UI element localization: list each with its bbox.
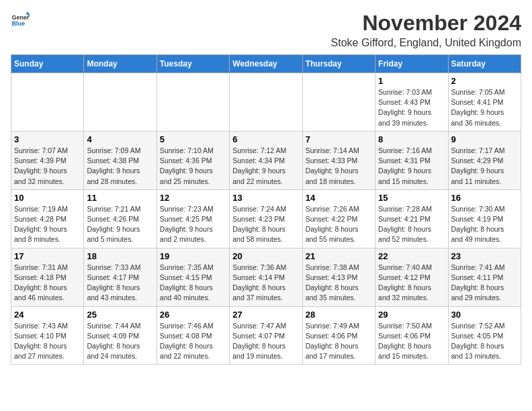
calendar-cell: 10Sunrise: 7:19 AM Sunset: 4:28 PM Dayli…: [11, 189, 84, 248]
day-info: Sunrise: 7:35 AM Sunset: 4:15 PM Dayligh…: [160, 263, 226, 304]
calendar-cell: 20Sunrise: 7:36 AM Sunset: 4:14 PM Dayli…: [230, 248, 302, 306]
day-info: Sunrise: 7:47 AM Sunset: 4:07 PM Dayligh…: [232, 321, 299, 362]
day-number: 1: [378, 76, 445, 86]
calendar-cell: 27Sunrise: 7:47 AM Sunset: 4:07 PM Dayli…: [230, 306, 302, 365]
day-info: Sunrise: 7:38 AM Sunset: 4:13 PM Dayligh…: [306, 263, 372, 304]
day-number: 4: [87, 134, 153, 144]
day-info: Sunrise: 7:40 AM Sunset: 4:12 PM Dayligh…: [378, 263, 445, 304]
day-info: Sunrise: 7:17 AM Sunset: 4:29 PM Dayligh…: [451, 146, 518, 187]
day-info: Sunrise: 7:03 AM Sunset: 4:43 PM Dayligh…: [378, 87, 445, 128]
calendar-cell: 15Sunrise: 7:28 AM Sunset: 4:21 PM Dayli…: [375, 189, 448, 248]
calendar-cell: 1Sunrise: 7:03 AM Sunset: 4:43 PM Daylig…: [375, 73, 448, 132]
weekday-header-friday: Friday: [375, 55, 448, 73]
weekday-header-tuesday: Tuesday: [157, 55, 229, 73]
day-number: 10: [14, 193, 81, 203]
weekday-header-thursday: Thursday: [302, 55, 375, 73]
day-number: 28: [306, 310, 372, 320]
day-info: Sunrise: 7:31 AM Sunset: 4:18 PM Dayligh…: [14, 263, 81, 304]
day-info: Sunrise: 7:23 AM Sunset: 4:25 PM Dayligh…: [160, 204, 226, 245]
day-info: Sunrise: 7:14 AM Sunset: 4:33 PM Dayligh…: [306, 146, 372, 187]
day-number: 5: [160, 134, 226, 144]
calendar-cell: 4Sunrise: 7:09 AM Sunset: 4:38 PM Daylig…: [84, 131, 157, 189]
calendar-cell: [230, 73, 302, 132]
calendar-cell: 21Sunrise: 7:38 AM Sunset: 4:13 PM Dayli…: [302, 248, 375, 306]
day-number: 26: [160, 310, 226, 320]
day-number: 11: [87, 193, 153, 203]
day-info: Sunrise: 7:44 AM Sunset: 4:09 PM Dayligh…: [87, 321, 153, 362]
day-number: 9: [451, 134, 518, 144]
day-number: 30: [451, 310, 518, 320]
calendar-body: 1Sunrise: 7:03 AM Sunset: 4:43 PM Daylig…: [11, 73, 521, 365]
calendar-week-5: 24Sunrise: 7:43 AM Sunset: 4:10 PM Dayli…: [11, 306, 521, 365]
day-info: Sunrise: 7:36 AM Sunset: 4:14 PM Dayligh…: [232, 263, 299, 304]
calendar-cell: 5Sunrise: 7:10 AM Sunset: 4:36 PM Daylig…: [157, 131, 229, 189]
day-number: 23: [451, 251, 518, 261]
day-number: 12: [160, 193, 226, 203]
day-info: Sunrise: 7:19 AM Sunset: 4:28 PM Dayligh…: [14, 204, 81, 245]
calendar-cell: 26Sunrise: 7:46 AM Sunset: 4:08 PM Dayli…: [157, 306, 229, 365]
calendar-week-2: 3Sunrise: 7:07 AM Sunset: 4:39 PM Daylig…: [11, 131, 521, 189]
day-number: 13: [232, 193, 299, 203]
day-info: Sunrise: 7:43 AM Sunset: 4:10 PM Dayligh…: [14, 321, 81, 362]
day-info: Sunrise: 7:28 AM Sunset: 4:21 PM Dayligh…: [378, 204, 445, 245]
day-number: 25: [87, 310, 153, 320]
day-number: 16: [451, 193, 518, 203]
calendar-cell: 7Sunrise: 7:14 AM Sunset: 4:33 PM Daylig…: [302, 131, 375, 189]
calendar-cell: 6Sunrise: 7:12 AM Sunset: 4:34 PM Daylig…: [230, 131, 302, 189]
day-info: Sunrise: 7:24 AM Sunset: 4:23 PM Dayligh…: [232, 204, 299, 245]
calendar-cell: 3Sunrise: 7:07 AM Sunset: 4:39 PM Daylig…: [11, 131, 84, 189]
weekday-header-saturday: Saturday: [448, 55, 521, 73]
day-number: 24: [14, 310, 81, 320]
day-info: Sunrise: 7:46 AM Sunset: 4:08 PM Dayligh…: [160, 321, 226, 362]
day-number: 27: [232, 310, 299, 320]
calendar-cell: 23Sunrise: 7:41 AM Sunset: 4:11 PM Dayli…: [448, 248, 521, 306]
day-number: 6: [232, 134, 299, 144]
calendar-cell: 18Sunrise: 7:33 AM Sunset: 4:17 PM Dayli…: [84, 248, 157, 306]
day-number: 20: [232, 251, 299, 261]
main-title: November 2024: [331, 11, 521, 36]
day-number: 17: [14, 251, 81, 261]
day-number: 21: [306, 251, 372, 261]
day-number: 29: [378, 310, 445, 320]
calendar-cell: 24Sunrise: 7:43 AM Sunset: 4:10 PM Dayli…: [11, 306, 84, 365]
calendar-week-3: 10Sunrise: 7:19 AM Sunset: 4:28 PM Dayli…: [11, 189, 521, 248]
day-number: 7: [306, 134, 372, 144]
day-info: Sunrise: 7:05 AM Sunset: 4:41 PM Dayligh…: [451, 87, 518, 128]
svg-text:General: General: [11, 14, 30, 21]
svg-marker-2: [26, 11, 30, 14]
day-info: Sunrise: 7:21 AM Sunset: 4:26 PM Dayligh…: [87, 204, 153, 245]
calendar-cell: 25Sunrise: 7:44 AM Sunset: 4:09 PM Dayli…: [84, 306, 157, 365]
calendar-cell: 16Sunrise: 7:30 AM Sunset: 4:19 PM Dayli…: [448, 189, 521, 248]
weekday-header-sunday: Sunday: [11, 55, 84, 73]
logo-icon: General Blue: [11, 11, 30, 30]
calendar-cell: [157, 73, 229, 132]
day-info: Sunrise: 7:41 AM Sunset: 4:11 PM Dayligh…: [451, 263, 518, 304]
calendar-cell: 19Sunrise: 7:35 AM Sunset: 4:15 PM Dayli…: [157, 248, 229, 306]
day-info: Sunrise: 7:50 AM Sunset: 4:06 PM Dayligh…: [378, 321, 445, 362]
calendar-header: SundayMondayTuesdayWednesdayThursdayFrid…: [11, 55, 521, 73]
weekday-header-wednesday: Wednesday: [230, 55, 302, 73]
calendar-cell: 17Sunrise: 7:31 AM Sunset: 4:18 PM Dayli…: [11, 248, 84, 306]
calendar-cell: 30Sunrise: 7:52 AM Sunset: 4:05 PM Dayli…: [448, 306, 521, 365]
day-info: Sunrise: 7:26 AM Sunset: 4:22 PM Dayligh…: [306, 204, 372, 245]
day-info: Sunrise: 7:49 AM Sunset: 4:06 PM Dayligh…: [306, 321, 372, 362]
day-number: 18: [87, 251, 153, 261]
calendar-cell: [11, 73, 84, 132]
header: General Blue November 2024 Stoke Gifford…: [11, 11, 521, 49]
calendar-cell: 12Sunrise: 7:23 AM Sunset: 4:25 PM Dayli…: [157, 189, 229, 248]
day-number: 19: [160, 251, 226, 261]
day-info: Sunrise: 7:52 AM Sunset: 4:05 PM Dayligh…: [451, 321, 518, 362]
calendar-cell: 11Sunrise: 7:21 AM Sunset: 4:26 PM Dayli…: [84, 189, 157, 248]
calendar-cell: 13Sunrise: 7:24 AM Sunset: 4:23 PM Dayli…: [230, 189, 302, 248]
day-number: 3: [14, 134, 81, 144]
day-number: 22: [378, 251, 445, 261]
calendar-cell: 22Sunrise: 7:40 AM Sunset: 4:12 PM Dayli…: [375, 248, 448, 306]
title-area: November 2024 Stoke Gifford, England, Un…: [331, 11, 521, 49]
day-number: 2: [451, 76, 518, 86]
logo: General Blue: [11, 11, 30, 30]
day-info: Sunrise: 7:09 AM Sunset: 4:38 PM Dayligh…: [87, 146, 153, 187]
day-number: 15: [378, 193, 445, 203]
calendar-week-1: 1Sunrise: 7:03 AM Sunset: 4:43 PM Daylig…: [11, 73, 521, 132]
weekday-header-row: SundayMondayTuesdayWednesdayThursdayFrid…: [11, 55, 521, 73]
calendar-cell: 2Sunrise: 7:05 AM Sunset: 4:41 PM Daylig…: [448, 73, 521, 132]
